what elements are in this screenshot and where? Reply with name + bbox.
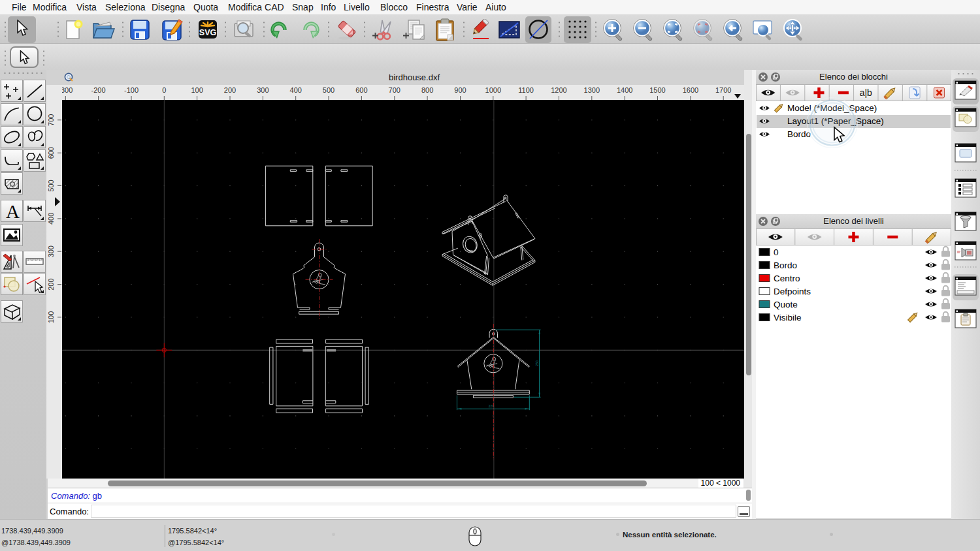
svg-text:800: 800 — [421, 86, 433, 94]
svg-text:230: 230 — [535, 360, 539, 366]
svg-text:700: 700 — [389, 86, 400, 94]
svg-text:Bordo: Bordo — [774, 260, 797, 270]
svg-text:SVG: SVG — [199, 28, 216, 37]
svg-text:1200: 1200 — [551, 86, 566, 94]
svg-text:1600: 1600 — [683, 86, 698, 94]
svg-text:500: 500 — [323, 86, 335, 94]
svg-text:Visibile: Visibile — [774, 313, 802, 323]
svg-text:600: 600 — [47, 147, 55, 159]
svg-text:Centro: Centro — [774, 274, 800, 283]
svg-text:a|b: a|b — [860, 87, 872, 98]
svg-text:-200: -200 — [91, 86, 106, 94]
svg-text:100: 100 — [47, 311, 55, 323]
svg-text:Defpoints: Defpoints — [774, 287, 811, 296]
svg-text:-300: -300 — [62, 86, 73, 94]
svg-text:Quote: Quote — [774, 300, 798, 309]
svg-text:1100: 1100 — [518, 86, 534, 94]
svg-text:1700: 1700 — [715, 86, 731, 94]
svg-text:1300: 1300 — [584, 86, 600, 94]
svg-text:200: 200 — [47, 278, 55, 290]
svg-text:700: 700 — [47, 114, 55, 126]
svg-text:500: 500 — [47, 180, 55, 191]
svg-text:200: 200 — [224, 86, 236, 94]
svg-text:300: 300 — [257, 86, 269, 94]
svg-text:1500: 1500 — [649, 86, 665, 94]
svg-text:100: 100 — [191, 86, 203, 94]
svg-text:0: 0 — [774, 247, 779, 257]
svg-text:600: 600 — [355, 86, 367, 94]
svg-text:300: 300 — [47, 245, 55, 257]
svg-text:-100: -100 — [124, 86, 139, 94]
svg-text:400: 400 — [47, 213, 55, 225]
svg-text:1400: 1400 — [617, 86, 632, 94]
svg-text:900: 900 — [454, 86, 466, 94]
svg-text:0: 0 — [162, 86, 166, 94]
svg-text:400: 400 — [290, 86, 302, 94]
svg-text:1000: 1000 — [485, 86, 501, 94]
